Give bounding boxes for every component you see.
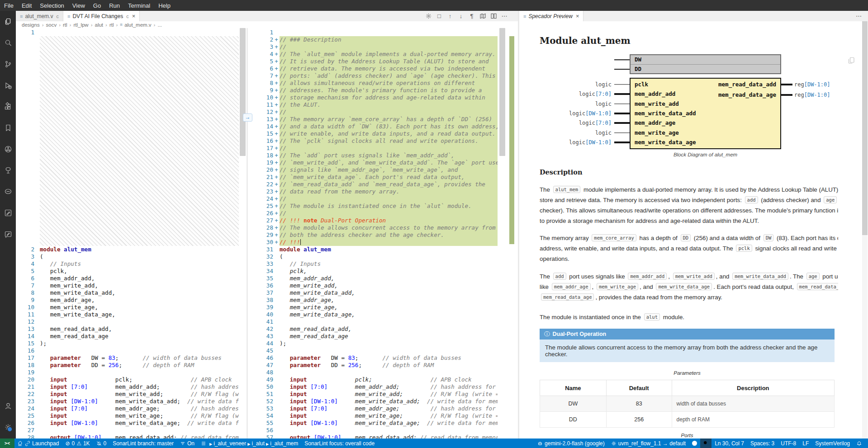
instance-hierarchy[interactable]: ▶i_alut_veneer▶i_alut▶i_alut_mem: [198, 440, 301, 447]
verification-hierarchy-icon[interactable]: [0, 138, 16, 160]
line-number: 9: [248, 87, 273, 94]
line-number: 8: [16, 289, 34, 297]
sonarlint-branch[interactable]: SonarLint branch: master: [109, 440, 177, 447]
layout-box-icon[interactable]: □: [434, 11, 445, 21]
run-debug-icon[interactable]: [0, 75, 16, 96]
flow-indicator[interactable]: uvm_ref_flow_1.1 → default: [608, 440, 689, 447]
more-actions-icon[interactable]: ⋯: [499, 11, 510, 21]
table-column-header: Default: [606, 380, 672, 396]
menu-item-selection[interactable]: Selection: [36, 2, 68, 9]
breadcrumb-item[interactable]: rtl: [109, 22, 114, 28]
edit-comment-icon[interactable]: [0, 223, 16, 245]
remote-indicator[interactable]: ><: [0, 439, 14, 448]
menu-item-view[interactable]: View: [68, 2, 89, 9]
preview-scrollbar-thumb[interactable]: [862, 21, 868, 235]
line-number: 41: [248, 318, 273, 325]
account-icon[interactable]: [0, 395, 16, 416]
arrow-down-icon[interactable]: ↓: [455, 11, 466, 21]
cursor-position[interactable]: Ln 30, Col 7: [711, 440, 747, 447]
menu-item-terminal[interactable]: Terminal: [124, 2, 154, 9]
code-line: 21 input [7:0] mem_addr_add; // hash add…: [16, 383, 239, 391]
breadcrumb[interactable]: designs›socv›rtl›rtl_lpw›alut›rtl›≡alut_…: [16, 21, 518, 28]
indentation[interactable]: Spaces: 3: [747, 440, 778, 447]
filter-toggle[interactable]: On: [177, 440, 198, 447]
code-line: 28+// The module allows concurrent acces…: [248, 224, 498, 231]
status-circle[interactable]: [689, 441, 700, 446]
encoding[interactable]: UTF-8: [778, 440, 799, 447]
diff-next-change-arrow[interactable]: →: [243, 113, 252, 122]
original-editor[interactable]: 12module alut_mem3(4 // Inputs5 pclk,6 m…: [16, 28, 247, 439]
code-line: 13 mem_read_data_add,: [16, 325, 239, 333]
copy-icon[interactable]: [847, 57, 855, 65]
line-number: 14: [16, 333, 34, 340]
breadcrumb-item[interactable]: rtl: [63, 22, 67, 28]
breadcrumb-item[interactable]: socv: [46, 22, 57, 28]
table-column-header: Description: [672, 380, 834, 396]
breadcrumb-item[interactable]: alut: [95, 22, 104, 28]
code-line: 41: [248, 318, 498, 325]
edit-note-icon[interactable]: [0, 202, 16, 223]
close-icon[interactable]: ×: [576, 13, 579, 19]
sonarlint-focus[interactable]: SonarLint focus: overall code: [301, 440, 378, 447]
close-icon[interactable]: ×: [132, 13, 136, 19]
notifications-bell[interactable]: [853, 440, 865, 446]
design-hierarchy-icon[interactable]: [0, 160, 16, 181]
code-line: 57 output [DW-1:0] mem_read_data_add; //…: [248, 434, 498, 439]
menu-item-go[interactable]: Go: [89, 2, 105, 9]
menu-item-file[interactable]: File: [0, 2, 18, 9]
robot-icon: [537, 441, 543, 446]
launchpad-button[interactable]: Launchpad: [14, 440, 62, 447]
more-actions-icon[interactable]: ⋯: [856, 11, 868, 21]
code-line: 12: [16, 318, 239, 325]
tab-dvt-ai-file-changes[interactable]: ≡ DVT AI File Changes c ×: [63, 11, 140, 21]
breadcrumb-file[interactable]: alut_mem.v: [124, 22, 151, 28]
line-number: 6: [248, 65, 273, 72]
eol[interactable]: LF: [799, 440, 812, 447]
line-number: 30: [248, 239, 273, 246]
tab-specador-preview[interactable]: ≡ Specador Preview ×: [519, 11, 583, 21]
notifications-muted[interactable]: 0: [93, 440, 110, 447]
diagram-parameter: DW: [631, 55, 780, 64]
source-control-icon[interactable]: [0, 53, 16, 75]
code-line: 34 pclk,: [248, 268, 498, 275]
bookmarks-icon[interactable]: [0, 117, 16, 138]
problems-button[interactable]: ⊘0 ⚠1K: [62, 440, 93, 447]
language-mode[interactable]: SystemVerilog: [812, 440, 853, 447]
breadcrumb-item[interactable]: designs: [22, 22, 40, 28]
code-line: 23+// data read from the memory array.: [248, 188, 498, 195]
original-scrollbar[interactable]: [240, 28, 246, 156]
line-number: 7: [16, 282, 34, 289]
code-line: 18+// The `add` port uses signals like `…: [248, 152, 498, 159]
split-editor-icon[interactable]: [488, 11, 499, 21]
line-number: 40: [248, 311, 273, 318]
code-line: 24+//: [248, 195, 498, 203]
code-line: 3(: [16, 253, 239, 260]
menu-item-edit[interactable]: Edit: [18, 2, 36, 9]
inline-code: mem_addr_age: [552, 283, 591, 290]
arrow-up-icon[interactable]: ↑: [445, 11, 455, 21]
code-line: 14 mem_read_data_age: [16, 333, 239, 340]
extensions-icon[interactable]: [0, 96, 16, 117]
settings-gear-icon[interactable]: [0, 416, 16, 438]
pilcrow-icon[interactable]: ¶: [466, 11, 477, 21]
zoom-out-button[interactable]: [700, 439, 711, 448]
explorer-icon[interactable]: [0, 11, 16, 32]
ai-model-indicator[interactable]: gemini-2.0-flash (google): [534, 440, 608, 447]
settings-gear-icon[interactable]: [423, 11, 434, 21]
breadcrumb-item[interactable]: rtl_lpw: [73, 22, 88, 28]
tab-alut-mem-v[interactable]: ≡ alut_mem.v c: [16, 11, 63, 21]
menu-item-help[interactable]: Help: [154, 2, 175, 9]
menu-item-run[interactable]: Run: [105, 2, 124, 9]
modified-editor[interactable]: 12+// ### Description3+//4+// The `alut_…: [248, 28, 518, 439]
modified-scrollbar[interactable]: [499, 28, 505, 156]
search-icon[interactable]: [0, 32, 16, 53]
diagram-output-port: mem_read_data_agereg[DW-1:0]: [631, 90, 780, 99]
compare-map-icon[interactable]: [477, 11, 488, 21]
line-number: 28: [248, 224, 273, 231]
modified-editor-rows: 12+// ### Description3+//4+// The `alut_…: [248, 29, 498, 439]
code-line: 42 mem_read_data_add,: [248, 325, 498, 333]
line-number: 49: [248, 376, 273, 383]
error-icon: ⊘: [65, 440, 70, 447]
comments-icon[interactable]: [0, 181, 16, 202]
code-line: 22 input mem_write_add; // R/W flag (wri…: [16, 391, 239, 398]
